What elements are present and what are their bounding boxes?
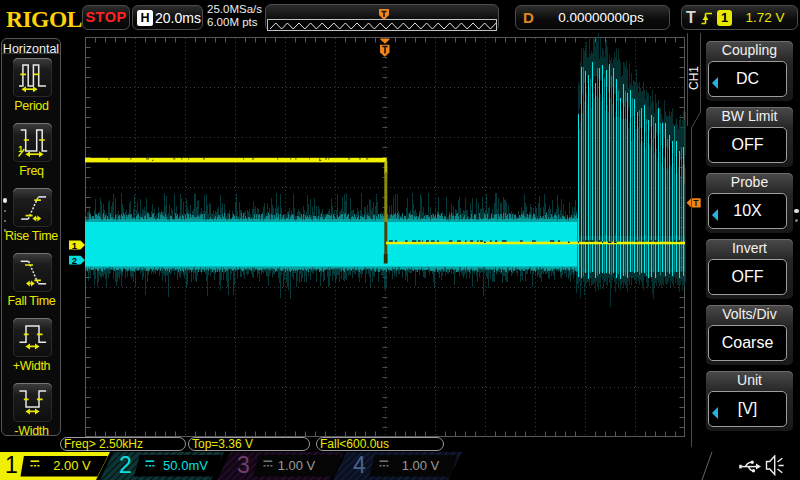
svg-text:1: 1: [72, 240, 78, 251]
svg-text:T: T: [693, 198, 699, 208]
svg-text:2: 2: [72, 255, 77, 266]
